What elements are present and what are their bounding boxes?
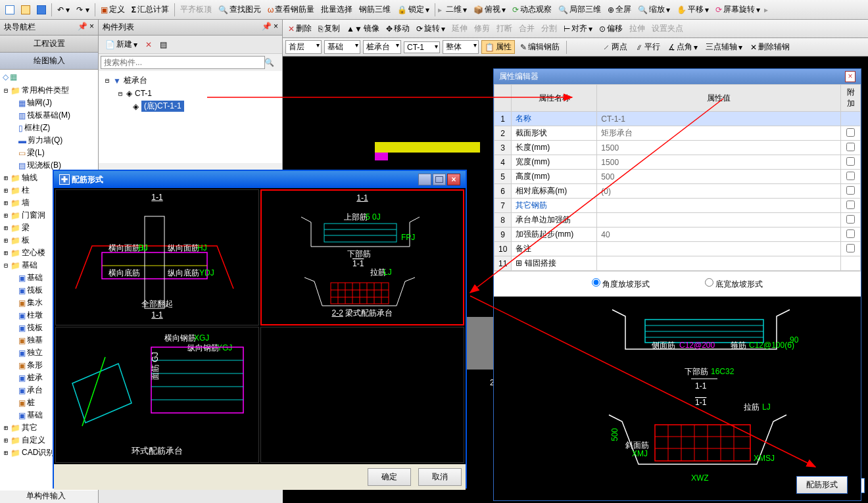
del-aux-rebar-button[interactable]: ✕ 删除辅钢 xyxy=(748,40,792,54)
prop-row[interactable]: 2截面形状矩形承台 xyxy=(494,126,861,141)
lock-button[interactable]: 🔒 锁定 ▾ xyxy=(395,3,432,16)
comp-ct1[interactable]: ⊟◈ CT-1 xyxy=(101,87,279,99)
rotate-button[interactable]: ⟳ 旋转 ▾ xyxy=(414,22,448,36)
delete-button[interactable]: ✕ 删除 xyxy=(285,22,314,36)
svg-text:XMSJ: XMSJ xyxy=(754,454,775,463)
floor-dropdown[interactable]: 首层 xyxy=(285,40,322,54)
rebar-form-button[interactable]: 配筋形式 xyxy=(796,476,848,494)
property-editor-title: 属性编辑器 × xyxy=(494,69,861,84)
comp-bottom-ct[interactable]: ◈ (底)CT-1-1 xyxy=(101,99,279,113)
open-icon[interactable] xyxy=(18,4,33,16)
ok-button[interactable]: 确定 xyxy=(368,468,411,486)
tree-shear-wall[interactable]: ▬ 剪力墙(Q) xyxy=(0,134,98,147)
close-icon[interactable]: × xyxy=(845,71,856,82)
svg-text:1-1: 1-1 xyxy=(695,398,707,407)
tree-axis-net[interactable]: ▦ 轴网(J) xyxy=(0,97,98,109)
svg-rect-1 xyxy=(375,153,388,160)
cancel-button[interactable]: 取消 xyxy=(418,468,462,486)
option-ring-style[interactable]: 横向钢筋XGJ 纵向钢筋YGJ 面筋 GJ 环式配筋承台 xyxy=(55,327,259,463)
base-dropdown[interactable]: 基础 xyxy=(324,40,360,54)
zoom-button[interactable]: 🔍 缩放 ▾ xyxy=(635,3,673,16)
maximize-icon[interactable] xyxy=(433,174,446,185)
prop-row[interactable]: 8承台单边加强筋 xyxy=(494,213,861,228)
filter-component-icon[interactable]: ▤ xyxy=(157,39,170,51)
svg-text:FPJ: FPJ xyxy=(401,233,415,242)
svg-text:XMJ: XMJ xyxy=(632,449,648,458)
prop-row[interactable]: 9加强筋起步(mm)40 xyxy=(494,228,861,242)
local-3d-button[interactable]: 🔍 局部三维 xyxy=(556,3,604,16)
tree-toolbar[interactable]: ◇ ▦ xyxy=(0,70,98,84)
col-append: 附加 xyxy=(841,85,861,112)
minimize-icon[interactable] xyxy=(418,174,431,185)
parallel-button[interactable]: ⫽ 平行 xyxy=(633,40,663,54)
tree-common[interactable]: ⊟📁 常用构件类型 xyxy=(0,84,98,97)
define-button[interactable]: ▣ 定义 xyxy=(98,3,128,16)
ct1-dropdown[interactable]: CT-1 xyxy=(404,41,440,53)
prop-row[interactable]: 3长度(mm)1500 xyxy=(494,141,861,155)
prop-row[interactable]: 7其它钢筋 xyxy=(494,199,861,213)
svg-text:下部筋: 下部筋 xyxy=(347,249,371,258)
radio-width[interactable]: 底宽放坡形式 xyxy=(705,279,763,289)
prop-row[interactable]: 10备注 xyxy=(494,242,861,256)
view-rebar-button[interactable]: ω 查看钢筋量 xyxy=(265,3,317,16)
svg-text:箍筋: 箍筋 xyxy=(731,341,746,350)
whole-dropdown[interactable]: 整体 xyxy=(443,40,479,54)
radio-angle[interactable]: 角度放坡形式 xyxy=(592,279,650,289)
rebar-3d-button[interactable]: 钢筋三维 xyxy=(356,3,393,16)
prop-row[interactable]: 4宽度(mm)1500 xyxy=(494,155,861,170)
pan-button[interactable]: ✋ 平移 ▾ xyxy=(674,3,711,16)
pin-icon[interactable]: 📌 × xyxy=(78,22,94,33)
undo-icon[interactable]: ↶ ▾ xyxy=(55,4,72,16)
search-icon[interactable]: 🔍 xyxy=(264,58,274,67)
top-view-button[interactable]: 📦 俯视 ▾ xyxy=(471,3,508,16)
align-button[interactable]: ⊢ 对齐 ▾ xyxy=(561,22,595,36)
offset-button[interactable]: ⊙ 偏移 xyxy=(596,22,625,36)
flat-top-button[interactable]: 平齐板顶 xyxy=(178,3,214,16)
option-beam-style[interactable]: 1-1 上部筋5 0J 下部筋 FPJ 1-1 拉筋LJ 2-2 梁式配筋承台 xyxy=(260,189,464,325)
2d-button[interactable]: 二维 ▾ xyxy=(443,3,470,16)
option-all-flip[interactable]: 1-1 横向面筋HJ 纵向面筋HJ 横向底筋DJ 纵向底筋YDJ 全部翻起1-1 xyxy=(55,189,259,325)
two-point-button[interactable]: ⟋ 两点 xyxy=(600,40,630,54)
find-elem-button[interactable]: 🔍 查找图元 xyxy=(216,3,264,16)
new-component-button[interactable]: 📄 新建 ▾ xyxy=(103,37,140,51)
comp-pin-icon[interactable]: 📌 × xyxy=(262,22,278,33)
prop-row[interactable]: 1名称CT-1-1 xyxy=(494,112,861,126)
option-empty[interactable] xyxy=(260,327,464,463)
comp-pile-cap[interactable]: ⊟▼ 桩承台 xyxy=(101,74,279,87)
save-icon[interactable] xyxy=(34,4,49,16)
batch-select-button[interactable]: 批量选择 xyxy=(318,3,355,16)
pilecap-dropdown[interactable]: 桩承台 xyxy=(363,40,401,54)
tree-raft[interactable]: ▥ 筏板基础(M) xyxy=(0,109,98,122)
extend-button: 延伸 xyxy=(449,22,470,36)
copy-button[interactable]: ⎘ 复制 xyxy=(316,22,343,36)
properties-button[interactable]: 📋 属性 xyxy=(481,40,515,54)
prop-row[interactable]: 5高度(mm)500 xyxy=(494,170,861,184)
proj-settings-tab[interactable]: 工程设置 xyxy=(0,36,98,53)
search-input[interactable] xyxy=(101,56,265,69)
tree-frame-pillar[interactable]: ▯ 框柱(Z) xyxy=(0,122,98,134)
main-toolbar: ↶ ▾ ↷ ▾ ▣ 定义 Σ 汇总计算 平齐板顶 🔍 查找图元 ω 查看钢筋量 … xyxy=(0,0,868,20)
three-point-aux-button[interactable]: 三点辅轴 ▾ xyxy=(703,40,745,54)
mirror-button[interactable]: ▲▼ 镜像 xyxy=(344,22,382,36)
full-screen-button[interactable]: ⊕ 全屏 xyxy=(605,3,634,16)
screen-rotate-button[interactable]: ⟳ 屏幕旋转 ▾ xyxy=(713,3,763,16)
edit-rebar-button[interactable]: ✎ 编辑钢筋 xyxy=(518,40,562,54)
dyn-observe-button[interactable]: ⟳ 动态观察 xyxy=(510,3,554,16)
svg-text:YGJ: YGJ xyxy=(217,343,232,352)
move-button[interactable]: ✥ 移动 xyxy=(383,22,412,36)
sum-button[interactable]: Σ 汇总计算 xyxy=(129,3,172,16)
draw-input-tab[interactable]: 绘图输入 xyxy=(0,53,98,70)
dialog-close-icon[interactable]: × xyxy=(447,174,460,185)
prop-row[interactable]: 6相对底标高(m)(0) xyxy=(494,184,861,199)
delete-component-icon[interactable]: ✕ xyxy=(143,39,155,51)
new-icon[interactable] xyxy=(3,4,17,16)
redo-icon[interactable]: ↷ ▾ xyxy=(74,4,91,16)
col-value: 属性值 xyxy=(597,85,841,112)
svg-text:DJ: DJ xyxy=(138,243,148,252)
prop-row[interactable]: 11⊞ 锚固搭接 xyxy=(494,256,861,271)
point-angle-button[interactable]: ∡ 点角 ▾ xyxy=(665,40,700,54)
merge-button: 合并 xyxy=(516,22,537,36)
dialog-titlebar[interactable]: ✚ 配筋形式 × xyxy=(54,171,466,188)
tree-beam[interactable]: ▭ 梁(L) xyxy=(0,147,98,159)
property-table: 属性名称 属性值 附加 1名称CT-1-12截面形状矩形承台3长度(mm)150… xyxy=(494,84,861,271)
